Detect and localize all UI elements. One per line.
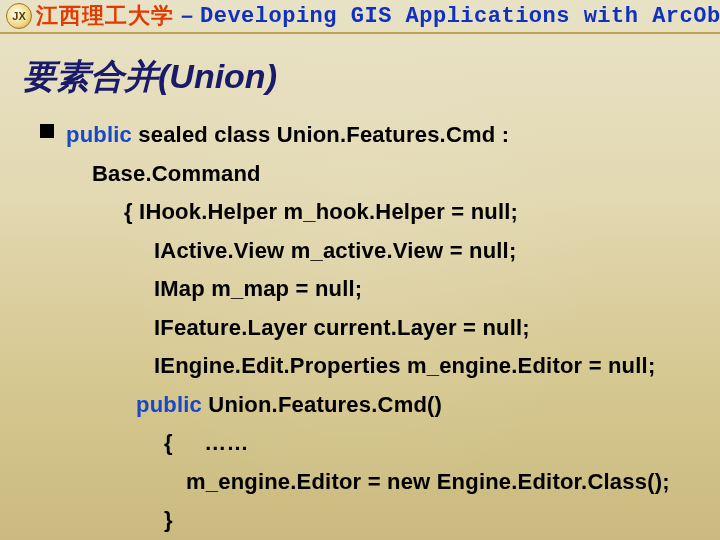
field-activeview: IActive.View m_active.View = null;: [66, 232, 670, 271]
field-featurelayer: IFeature.Layer current.Layer = null;: [66, 309, 670, 348]
course-title: Developing GIS Applications with ArcObje…: [200, 4, 720, 29]
code-block: public sealed class Union.Features.Cmd :…: [40, 116, 720, 540]
field-hookhelper: { IHook.Helper m_hook.Helper = null;: [66, 193, 670, 232]
brace-open: {: [164, 430, 173, 455]
bullet-icon: [40, 124, 54, 138]
title-dash: －: [176, 1, 198, 31]
brace-close: }: [66, 501, 670, 540]
base-class: Base.Command: [66, 155, 670, 194]
header-bar: JX 江西理工大学 － Developing GIS Applications …: [0, 0, 720, 34]
university-name: 江西理工大学: [36, 1, 174, 31]
field-map: IMap m_map = null;: [66, 270, 670, 309]
title-en: (Union): [158, 57, 277, 95]
slide-title: 要素合并(Union): [22, 54, 720, 100]
title-cn: 要素合并: [22, 57, 158, 95]
ellipsis: ……: [204, 430, 248, 455]
ctor-name: Union.Features.Cmd(): [208, 392, 442, 417]
ctor-body: m_engine.Editor = new Engine.Editor.Clas…: [66, 463, 670, 502]
keyword-public-2: public: [136, 392, 208, 417]
university-logo: JX: [6, 3, 32, 29]
field-engineeditor: IEngine.Edit.Properties m_engine.Editor …: [66, 347, 670, 386]
keyword-public: public: [66, 122, 138, 147]
class-decl: sealed class Union.Features.Cmd :: [138, 122, 509, 147]
